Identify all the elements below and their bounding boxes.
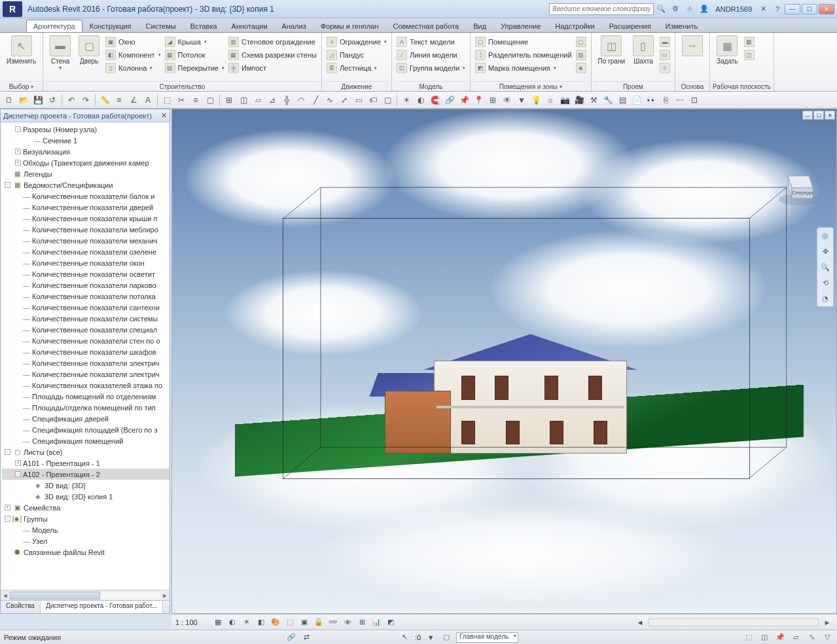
more2-icon[interactable]: ⊡ — [688, 94, 701, 107]
search-icon[interactable]: 🔍 — [655, 3, 667, 15]
close-views-icon[interactable]: ▢ — [204, 94, 217, 107]
ribbon-tab-1[interactable]: Конструкция — [82, 20, 139, 32]
sel-underlay-icon[interactable]: ◫ — [758, 632, 770, 643]
shadows-icon[interactable]: ◧ — [255, 617, 267, 628]
analytic-icon[interactable]: 📊 — [370, 617, 382, 628]
sel-pinned-icon[interactable]: 📌 — [774, 632, 786, 643]
ref-icon[interactable]: ⊞ — [486, 94, 499, 107]
sun-path-icon[interactable]: ☀ — [241, 617, 253, 628]
scroll-thumb[interactable] — [10, 592, 100, 599]
ribbon-small-1-1-2[interactable]: ▤Перекрытие▾ — [163, 62, 226, 75]
exchange-icon[interactable]: ✕ — [757, 3, 769, 15]
tree-row[interactable]: —Количественные показатели системы — [2, 313, 169, 324]
ribbon-small-3-0-2[interactable]: ⊡Группа модели▾ — [395, 62, 467, 75]
walk-icon[interactable]: 🎥 — [573, 94, 586, 107]
line-icon[interactable]: ╱ — [309, 94, 322, 107]
vb-scroll-right[interactable]: ► — [821, 617, 833, 628]
tree-row[interactable]: —Количественные показатели парково — [2, 279, 169, 291]
undo-icon[interactable]: ↶ — [65, 94, 78, 107]
tree-row[interactable]: —Спецификация помещений — [2, 435, 169, 446]
measure-icon[interactable]: 📏 — [98, 94, 111, 107]
highlight-icon[interactable]: ◩ — [385, 617, 397, 628]
ribbon-small-1-0-1[interactable]: ◧Компонент▾ — [103, 48, 162, 62]
tree-toggle-icon[interactable]: - — [15, 471, 21, 477]
angle-icon[interactable]: ∠ — [127, 94, 140, 107]
ribbon-small-2-0-1[interactable]: ◿Пандус — [325, 48, 389, 62]
ribbon-small-4-0-2[interactable]: ◩Марка помещения▾ — [473, 62, 574, 75]
tree-row[interactable]: —Количественные показатели шкафов — [2, 346, 169, 357]
ribbon-panel-title[interactable]: Модель — [395, 81, 467, 91]
tree-toggle-icon[interactable]: + — [5, 505, 10, 510]
tree-row[interactable]: -▦Ведомости/Спецификации — [2, 179, 169, 190]
tree-row[interactable]: ⬣Связанные файлы Revit — [2, 546, 169, 558]
ribbon-tab-4[interactable]: Аннотации — [224, 20, 275, 32]
subscription-icon[interactable]: ⚙ — [669, 3, 681, 15]
ribbon-panel-title[interactable]: Выбор▾ — [3, 81, 40, 91]
tree-row[interactable]: —Количественные показатели озелене — [2, 246, 169, 257]
ribbon-big-1-1[interactable]: ▢Дверь — [75, 34, 103, 66]
ribbon-big-5-0[interactable]: ◫По грани — [594, 34, 629, 66]
switch-win-icon[interactable]: ⊞ — [223, 94, 236, 107]
pick-icon[interactable]: ⤢ — [338, 94, 351, 107]
tree-toggle-icon[interactable]: - — [5, 449, 10, 455]
mat-icon[interactable]: ◐ — [414, 94, 427, 107]
ribbon-big-7-0[interactable]: ▦Задать — [713, 34, 742, 66]
view-icon[interactable]: 👀 — [645, 94, 658, 107]
plane-icon[interactable]: ▱ — [251, 94, 264, 107]
section-icon[interactable]: ✂ — [175, 94, 188, 107]
close-button[interactable]: ✕ — [819, 4, 834, 14]
dup-icon[interactable]: ⎘ — [659, 94, 672, 107]
ribbon-tab-10[interactable]: Надстройки — [548, 20, 601, 32]
tree-toggle-icon[interactable]: - — [5, 182, 10, 188]
level-icon[interactable]: ⊿ — [266, 94, 279, 107]
vis-icon[interactable]: 👁 — [501, 94, 514, 107]
tree-row[interactable]: —Количественные показатели специал — [2, 324, 169, 335]
browser-title-bar[interactable]: Диспетчер проекта - Готовая работа(проек… — [1, 109, 169, 122]
render-icon[interactable]: ☀ — [400, 94, 413, 107]
rect-icon[interactable]: ▭ — [352, 94, 365, 107]
help-icon[interactable]: ? — [772, 3, 783, 15]
look-icon[interactable]: ◔ — [819, 293, 831, 304]
tree-row[interactable]: —Спецификация площадей (Всего по з — [2, 424, 169, 435]
prop-icon[interactable]: 🔧 — [601, 94, 614, 107]
ribbon-tab-5[interactable]: Анализ — [275, 20, 313, 32]
unlock-icon[interactable]: 🔓 — [313, 617, 325, 628]
ribbon-ico2-5-1[interactable]: ▭ — [658, 48, 672, 62]
tree-row[interactable]: —Количественные показатели дверей — [2, 202, 169, 213]
pin-icon[interactable]: 📌 — [457, 94, 471, 107]
link-icon[interactable]: 🔗 — [443, 94, 456, 107]
maximize-button[interactable]: ☐ — [802, 4, 817, 14]
browser-tree[interactable]: -Разрезы (Номер узла)—Сечение 1+Визуализ… — [1, 122, 169, 590]
ribbon-panel-title[interactable]: Основа — [678, 81, 707, 91]
view-scale[interactable]: 1 : 100 — [175, 618, 209, 626]
scroll-right-icon[interactable]: ► — [160, 592, 169, 599]
tree-row[interactable]: +A101 - Презентация - 1 — [2, 457, 169, 469]
ribbon-panel-title[interactable]: Движение — [325, 81, 389, 91]
cam-icon[interactable]: 📷 — [558, 94, 571, 107]
star-icon[interactable]: ☆ — [684, 3, 696, 15]
ribbon-small-1-0-0[interactable]: ▣Окно — [103, 35, 162, 48]
user-name[interactable]: ANDR1569 — [715, 5, 752, 13]
ribbon-tab-0[interactable]: Архитектура — [26, 20, 82, 32]
open-icon[interactable]: 📂 — [17, 94, 30, 107]
user-icon[interactable]: 👤 — [698, 3, 710, 15]
arc-icon[interactable]: ◠ — [294, 94, 308, 107]
ribbon-small-1-2-2[interactable]: ╪Импост — [226, 62, 319, 75]
tree-toggle-icon[interactable]: - — [5, 516, 10, 522]
select-icon[interactable]: ↖ — [399, 632, 411, 643]
tree-row[interactable]: —Количественные показатели осветит — [2, 268, 169, 279]
tree-row[interactable]: +▣Семейства — [2, 502, 169, 513]
tree-row[interactable]: —Спецификация дверей — [2, 413, 169, 424]
ribbon-panel-title[interactable]: Рабочая плоскость — [713, 81, 771, 91]
align-icon[interactable]: ≡ — [113, 94, 126, 107]
sync-icon[interactable]: ↺ — [46, 94, 59, 107]
tree-row[interactable]: ◈3D вид: {3D} — [2, 480, 169, 491]
ribbon-small-1-1-0[interactable]: ◢Крыша▾ — [163, 35, 226, 48]
crop-region-icon[interactable]: ▣ — [298, 617, 310, 628]
tree-row[interactable]: ◈3D вид: {3D} копия 1 — [2, 491, 169, 502]
tree-row[interactable]: —Количественные показатели потолка — [2, 291, 169, 302]
3d-icon[interactable]: ⬚ — [160, 94, 173, 107]
filter-status-icon[interactable]: ▼ — [425, 632, 436, 643]
ribbon-big-0-0[interactable]: ↖Изменить — [3, 34, 40, 66]
ribbon-big-5-1[interactable]: ▯Шахта — [629, 34, 658, 66]
